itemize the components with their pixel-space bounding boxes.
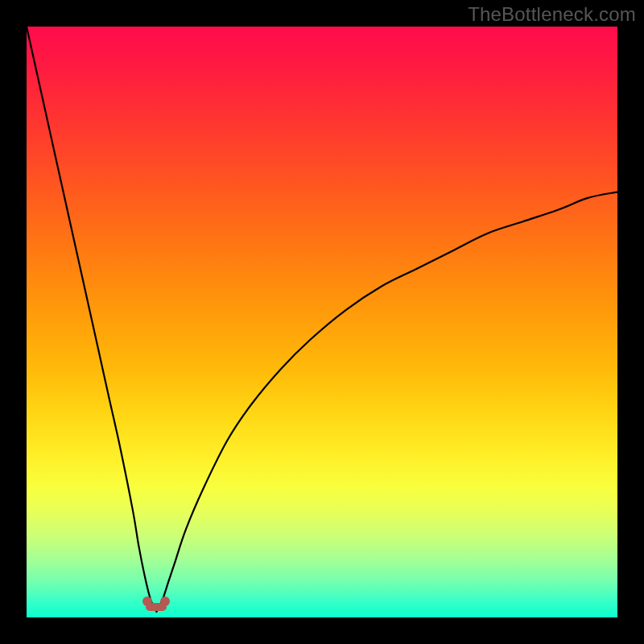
plot-area bbox=[27, 27, 617, 617]
chart-stage: TheBottleneck.com bbox=[0, 0, 644, 644]
optimum-marker-bridge bbox=[146, 603, 167, 611]
bottleneck-curve bbox=[27, 27, 617, 617]
watermark-text: TheBottleneck.com bbox=[468, 3, 636, 26]
